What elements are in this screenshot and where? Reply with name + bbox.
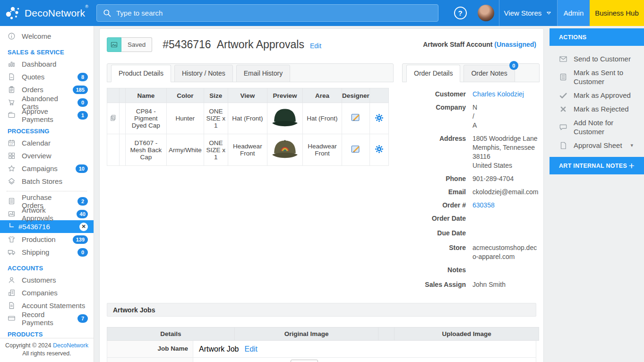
sidebar-item-approve-payments[interactable]: Approve Payments 1 xyxy=(0,109,94,121)
action-send-to-customer[interactable]: Send to Customer xyxy=(550,52,644,66)
layers-icon xyxy=(8,177,16,185)
notes-value xyxy=(472,266,540,275)
add-internal-note-button[interactable]: + xyxy=(628,161,635,171)
action-add-note[interactable]: Add Note for Customer xyxy=(550,116,644,138)
blank-document-icon xyxy=(559,141,567,150)
sidebar-item-welcome[interactable]: Welcome xyxy=(0,30,94,43)
sidebar-item-campaigns[interactable]: Campaigns 10 xyxy=(0,162,94,175)
count-badge: 7 xyxy=(77,314,88,323)
tab-product-details[interactable]: Product Details xyxy=(111,65,171,82)
tab-order-notes[interactable]: Order Notes 0 xyxy=(464,65,515,82)
tab-email-history[interactable]: Email History xyxy=(236,65,290,82)
staff-label: Artwork Staff Account xyxy=(423,41,492,48)
deconetwork-footer-link[interactable]: DecoNetwork xyxy=(53,342,88,349)
admin-button[interactable]: Admin xyxy=(558,0,590,26)
action-mark-as-approved[interactable]: Mark as Approved xyxy=(550,88,644,102)
count-badge: 185 xyxy=(73,86,88,94)
count-badge: 40 xyxy=(77,210,88,218)
product-table-header-row: Name Color Size View Preview Area Design… xyxy=(107,88,389,103)
sidebar-item-label: Quotes xyxy=(22,73,44,81)
open-designer-icon[interactable] xyxy=(351,112,361,123)
image-action-button[interactable] xyxy=(291,360,318,362)
sidebar-item-production[interactable]: Production 139 xyxy=(0,233,94,246)
count-badge: 1 xyxy=(77,111,88,120)
help-button[interactable]: ? xyxy=(448,0,472,26)
info-icon xyxy=(8,32,16,40)
action-label: Add Note for Customer xyxy=(574,118,635,136)
actions-header: ACTIONS xyxy=(550,28,644,46)
approval-header: Saved #5436716 Artwork Approvals Edit Ar… xyxy=(107,36,536,53)
sidebar-item-label: Calendar xyxy=(22,139,51,147)
order-fields: Customer Charles Kolodziej Company N / A… xyxy=(402,90,540,289)
field-order-number: Order # 630358 xyxy=(402,201,540,210)
sidebar-item-customers[interactable]: Customers xyxy=(0,274,94,286)
building-icon xyxy=(8,289,16,297)
due-date-value xyxy=(472,229,540,238)
product-area: Headwear Front xyxy=(302,134,342,166)
actions-list: Send to Customer Mark as Sent to Custome… xyxy=(550,46,644,157)
wallet-icon xyxy=(8,111,16,119)
sidebar-item-shipping[interactable]: Shipping 0 xyxy=(0,246,94,259)
document-lines-icon xyxy=(559,73,567,81)
sidebar-item-quotes[interactable]: Quotes 8 xyxy=(0,70,94,83)
artwork-jobs-header-row: Details Original Image Uploaded Image xyxy=(107,328,539,341)
actions-sidebar: ACTIONS Send to Customer Mark as Sent to… xyxy=(550,28,644,362)
order-number-link[interactable]: 630358 xyxy=(472,201,540,210)
sidebar-item-calendar[interactable]: 17 Calendar xyxy=(0,137,94,149)
sidebar-item-batch-stores[interactable]: Batch Stores xyxy=(0,175,94,188)
copy-pages-icon[interactable] xyxy=(110,114,117,121)
business-hub-button[interactable]: Business Hub xyxy=(590,0,644,26)
sidebar-item-label: Companies xyxy=(22,289,58,297)
gear-icon[interactable] xyxy=(375,145,384,154)
svg-text:17: 17 xyxy=(10,143,13,146)
field-label: Email xyxy=(402,188,466,197)
sidebar-item-record-payments[interactable]: Record Payments 7 xyxy=(0,312,94,325)
edit-job-name-link[interactable]: Edit xyxy=(244,345,258,353)
global-search[interactable] xyxy=(96,4,438,22)
search-input[interactable] xyxy=(116,9,432,17)
store-value: acmecustomshop.deco-apparel.com xyxy=(472,243,540,261)
close-icon[interactable]: ✕ xyxy=(79,223,88,231)
action-approval-sheet[interactable]: Approval Sheet ▾ xyxy=(550,138,644,152)
edit-title-link[interactable]: Edit xyxy=(310,42,321,50)
sales-assign-value: John Smith xyxy=(472,280,540,289)
column-header-uploaded-image: Uploaded Image xyxy=(395,328,539,341)
tab-order-details[interactable]: Order Details xyxy=(406,65,460,82)
customer-link[interactable]: Charles Kolodziej xyxy=(472,90,540,99)
column-header-color: Color xyxy=(166,88,204,103)
phone-value: 901-289-4704 xyxy=(472,174,540,183)
approval-title: Artwork Approvals xyxy=(217,38,304,51)
gear-icon[interactable] xyxy=(375,113,384,122)
action-label: Send to Customer xyxy=(574,54,631,63)
tab-history-notes[interactable]: History / Notes xyxy=(174,65,233,82)
sidebar-item-current-approval[interactable]: #5436716 ✕ xyxy=(0,220,94,233)
product-tabbar: Product Details History / Notes Email Hi… xyxy=(107,63,394,82)
star-icon xyxy=(8,164,16,172)
document-icon xyxy=(8,73,16,81)
action-label: Approval Sheet xyxy=(574,141,622,150)
grid-icon xyxy=(8,152,16,160)
action-mark-as-sent[interactable]: Mark as Sent to Customer xyxy=(550,66,644,88)
sidebar-item-artwork-approvals[interactable]: Artwork Approvals 40 xyxy=(0,207,94,220)
envelope-icon xyxy=(559,55,567,63)
view-stores-button[interactable]: View Stores xyxy=(499,0,557,26)
sidebar-item-dashboard[interactable]: Dashboard xyxy=(0,58,94,70)
action-mark-as-rejected[interactable]: Mark as Rejected xyxy=(550,102,644,116)
product-color: Army/White xyxy=(166,134,204,166)
sidebar-item-companies[interactable]: Companies xyxy=(0,286,94,299)
column-header-area: Area xyxy=(302,88,342,103)
field-label: Address xyxy=(402,134,466,170)
staff-value[interactable]: (Unassigned) xyxy=(494,41,536,48)
column-header-preview: Preview xyxy=(267,88,302,103)
sidebar-item-label: Production xyxy=(22,235,56,243)
sidebar-item-overview[interactable]: Overview xyxy=(0,149,94,162)
count-badge: 2 xyxy=(77,197,88,206)
artwork-image-icon xyxy=(107,37,121,52)
open-designer-icon[interactable] xyxy=(351,144,361,155)
bar-chart-icon xyxy=(8,60,16,68)
product-size: ONE SIZE x 1 xyxy=(204,103,228,134)
user-avatar[interactable] xyxy=(472,0,499,26)
field-label: Company xyxy=(402,103,466,130)
staff-assignment: Artwork Staff Account (Unassigned) xyxy=(423,41,536,48)
product-name: CP84 - Pigment Dyed Cap xyxy=(125,103,166,134)
